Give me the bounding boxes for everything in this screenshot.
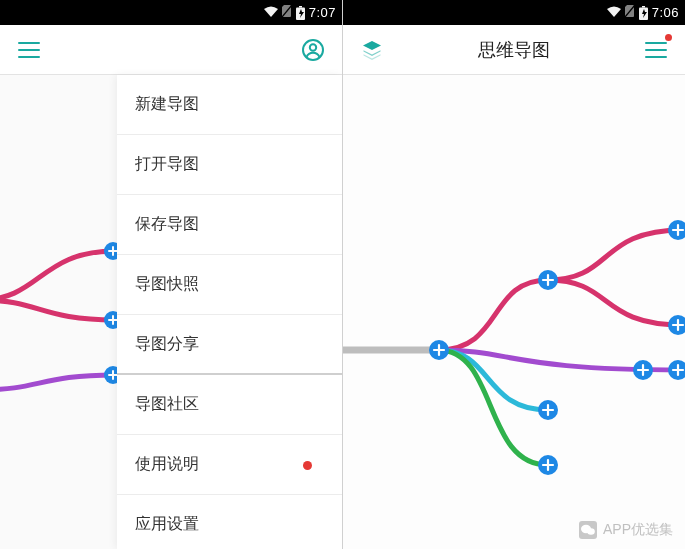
add-node-icon xyxy=(668,315,685,335)
node-group xyxy=(429,220,685,475)
wechat-icon xyxy=(579,521,597,539)
menu-item-0[interactable]: 新建导图 xyxy=(117,75,342,135)
menu-item-2[interactable]: 保存导图 xyxy=(117,195,342,255)
wifi-icon xyxy=(264,6,278,20)
toolbar xyxy=(0,25,342,75)
mindmap-canvas[interactable] xyxy=(343,75,685,549)
menu-item-label: 应用设置 xyxy=(135,514,199,535)
battery-icon xyxy=(639,6,648,20)
notification-dot-icon xyxy=(303,461,312,470)
nosim-icon xyxy=(625,5,635,20)
menu-item-7[interactable]: 应用设置 xyxy=(117,495,342,549)
battery-icon xyxy=(296,6,305,20)
watermark: APP优选集 xyxy=(579,521,673,539)
menu-item-label: 导图社区 xyxy=(135,394,199,415)
phone-left: 7:07 xyxy=(0,0,342,549)
menu-item-3[interactable]: 导图快照 xyxy=(117,255,342,315)
hamburger-icon[interactable] xyxy=(641,35,671,65)
status-bar: 7:06 xyxy=(343,0,685,25)
toolbar: 思维导图 xyxy=(343,25,685,75)
menu-item-label: 新建导图 xyxy=(135,94,199,115)
menu-item-label: 导图快照 xyxy=(135,274,199,295)
add-node-icon xyxy=(429,340,449,360)
menu-item-label: 使用说明 xyxy=(135,454,199,475)
menu-item-label: 导图分享 xyxy=(135,334,199,355)
hamburger-icon[interactable] xyxy=(14,35,44,65)
user-icon[interactable] xyxy=(298,35,328,65)
watermark-text: APP优选集 xyxy=(603,521,673,539)
add-node-icon xyxy=(538,455,558,475)
page-title: 思维导图 xyxy=(343,38,685,62)
phone-right: 7:06 思维导图 xyxy=(342,0,685,549)
wifi-icon xyxy=(607,6,621,20)
menu-item-1[interactable]: 打开导图 xyxy=(117,135,342,195)
svg-point-7 xyxy=(310,44,316,50)
add-node-icon xyxy=(668,220,685,240)
menu-item-6[interactable]: 使用说明 xyxy=(117,435,342,495)
add-node-icon xyxy=(538,270,558,290)
menu-item-4[interactable]: 导图分享 xyxy=(117,315,342,375)
add-node-icon xyxy=(633,360,653,380)
menu-item-5[interactable]: 导图社区 xyxy=(117,375,342,435)
status-time: 7:06 xyxy=(652,5,679,20)
status-time: 7:07 xyxy=(309,5,336,20)
menu-item-label: 保存导图 xyxy=(135,214,199,235)
svg-point-26 xyxy=(587,528,595,534)
notification-dot-icon xyxy=(665,34,672,41)
menu-panel: 新建导图打开导图保存导图导图快照导图分享导图社区使用说明应用设置 xyxy=(117,75,342,549)
menu-item-label: 打开导图 xyxy=(135,154,199,175)
nosim-icon xyxy=(282,5,292,20)
svg-rect-13 xyxy=(642,6,645,8)
add-node-icon xyxy=(668,360,685,380)
add-node-icon xyxy=(538,400,558,420)
status-bar: 7:07 xyxy=(0,0,342,25)
layers-icon[interactable] xyxy=(357,35,387,65)
svg-rect-2 xyxy=(299,6,302,8)
